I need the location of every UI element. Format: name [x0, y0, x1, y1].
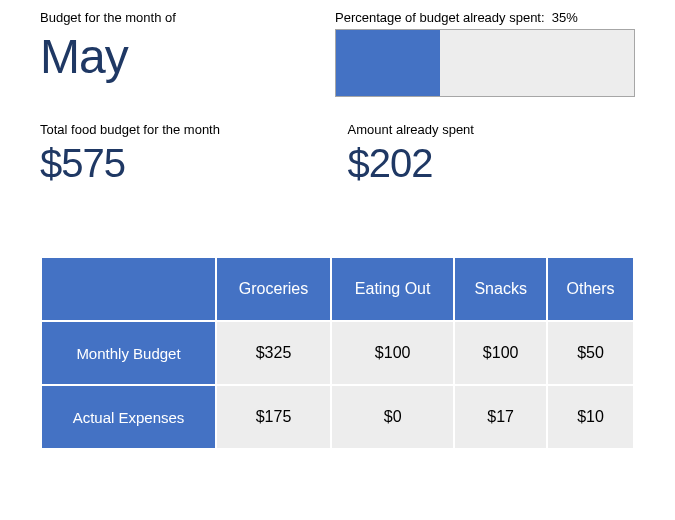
- row-label: Actual Expenses: [41, 385, 216, 449]
- total-budget-section: Total food budget for the month $575: [40, 122, 328, 186]
- col-header: Groceries: [216, 257, 331, 321]
- progress-section: Percentage of budget already spent: 35%: [335, 10, 635, 97]
- progress-bar: [335, 29, 635, 97]
- spent-label: Amount already spent: [348, 122, 636, 137]
- row-label: Monthly Budget: [41, 321, 216, 385]
- cell: $10: [547, 385, 634, 449]
- spent-value: $202: [348, 141, 636, 186]
- col-header: Others: [547, 257, 634, 321]
- table-corner: [41, 257, 216, 321]
- month-label: Budget for the month of: [40, 10, 315, 25]
- cell: $325: [216, 321, 331, 385]
- total-budget-label: Total food budget for the month: [40, 122, 328, 137]
- spent-section: Amount already spent $202: [348, 122, 636, 186]
- cell: $175: [216, 385, 331, 449]
- percent-label: Percentage of budget already spent: 35%: [335, 10, 635, 25]
- table-row: Actual Expenses $175 $0 $17 $10: [41, 385, 634, 449]
- table-row: Monthly Budget $325 $100 $100 $50: [41, 321, 634, 385]
- cell: $100: [331, 321, 454, 385]
- total-budget-value: $575: [40, 141, 328, 186]
- budget-table: Groceries Eating Out Snacks Others Month…: [40, 256, 635, 450]
- month-value: May: [40, 29, 315, 84]
- col-header: Snacks: [454, 257, 547, 321]
- month-section: Budget for the month of May: [40, 10, 315, 97]
- cell: $100: [454, 321, 547, 385]
- cell: $0: [331, 385, 454, 449]
- progress-fill: [336, 30, 440, 96]
- cell: $17: [454, 385, 547, 449]
- cell: $50: [547, 321, 634, 385]
- col-header: Eating Out: [331, 257, 454, 321]
